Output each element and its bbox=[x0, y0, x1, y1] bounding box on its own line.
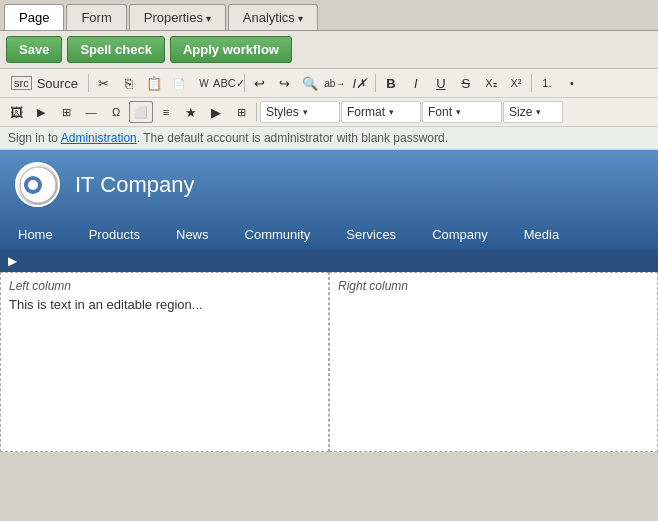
nav-item-news[interactable]: News bbox=[158, 219, 227, 250]
tab-page[interactable]: Page bbox=[4, 4, 64, 30]
spellcheck-btn[interactable]: ABC✓ bbox=[217, 72, 241, 94]
font-label: Font bbox=[428, 105, 452, 119]
source-label: Source bbox=[37, 76, 78, 91]
copy-button[interactable]: ⎘ bbox=[117, 72, 141, 94]
bold-button[interactable]: B bbox=[379, 72, 403, 94]
site-nav: Home Products News Community Services Co… bbox=[0, 219, 658, 250]
save-button[interactable]: Save bbox=[6, 36, 62, 63]
left-column-text[interactable]: This is text in an editable region... bbox=[9, 297, 320, 312]
separator-4 bbox=[531, 74, 532, 92]
subscript-button[interactable]: X₂ bbox=[479, 72, 503, 94]
nav-item-company[interactable]: Company bbox=[414, 219, 506, 250]
content-area: Left column This is text in an editable … bbox=[0, 272, 658, 452]
remove-format-button[interactable]: I✗ bbox=[348, 72, 372, 94]
website-area: IT Company Home Products News Community … bbox=[0, 150, 658, 452]
star-button[interactable]: ★ bbox=[179, 101, 203, 123]
tab-form[interactable]: Form bbox=[66, 4, 126, 30]
italic-button[interactable]: I bbox=[404, 72, 428, 94]
styles-dropdown[interactable]: Styles bbox=[260, 101, 340, 123]
admin-link[interactable]: Administration bbox=[61, 131, 137, 145]
action-bar: Save Spell check Apply workflow bbox=[0, 31, 658, 69]
separator-2 bbox=[244, 74, 245, 92]
puzzle-button[interactable]: ⊞ bbox=[229, 101, 253, 123]
format-dropdown[interactable]: Format bbox=[341, 101, 421, 123]
site-logo bbox=[15, 162, 60, 207]
apply-workflow-button[interactable]: Apply workflow bbox=[170, 36, 292, 63]
strikethrough-button[interactable]: S bbox=[454, 72, 478, 94]
separator-5 bbox=[256, 103, 257, 121]
play-bar: ▶ bbox=[0, 250, 658, 272]
nav-item-media[interactable]: Media bbox=[506, 219, 577, 250]
styles-label: Styles bbox=[266, 105, 299, 119]
media-button[interactable]: ▶ bbox=[204, 101, 228, 123]
redo-button[interactable]: ↪ bbox=[273, 72, 297, 94]
tab-properties[interactable]: Properties bbox=[129, 4, 226, 30]
info-prefix: Sign in to bbox=[8, 131, 61, 145]
site-header: IT Company bbox=[0, 150, 658, 219]
right-column[interactable]: Right column bbox=[329, 272, 658, 452]
format-label: Format bbox=[347, 105, 385, 119]
nav-item-services[interactable]: Services bbox=[328, 219, 414, 250]
nav-item-products[interactable]: Products bbox=[71, 219, 158, 250]
source-icon: src bbox=[11, 76, 32, 90]
underline-button[interactable]: U bbox=[429, 72, 453, 94]
svg-point-2 bbox=[28, 180, 38, 190]
list-style-button[interactable]: ≡ bbox=[154, 101, 178, 123]
horizontal-rule-button[interactable]: — bbox=[79, 101, 103, 123]
play-button[interactable]: ▶ bbox=[8, 254, 17, 268]
nav-item-community[interactable]: Community bbox=[227, 219, 329, 250]
toolbar-row-2: 🖼 ▶ ⊞ — Ω ⬜ ≡ ★ ▶ ⊞ Styles Format Font S… bbox=[0, 98, 658, 127]
unordered-list-button[interactable]: • bbox=[560, 72, 584, 94]
separator-3 bbox=[375, 74, 376, 92]
superscript-button[interactable]: X² bbox=[504, 72, 528, 94]
left-column-label: Left column bbox=[9, 279, 320, 293]
info-bar: Sign in to Administration. The default a… bbox=[0, 127, 658, 150]
find-button[interactable]: 🔍 bbox=[298, 72, 322, 94]
cut-button[interactable]: ✂ bbox=[92, 72, 116, 94]
font-dropdown[interactable]: Font bbox=[422, 101, 502, 123]
paste-button[interactable]: 📋 bbox=[142, 72, 166, 94]
toolbar-row-1: src Source ✂ ⎘ 📋 📄 W ABC✓ ↩ ↪ 🔍 ab→ I✗ B… bbox=[0, 69, 658, 98]
undo-button[interactable]: ↩ bbox=[248, 72, 272, 94]
info-suffix: . The default account is administrator w… bbox=[137, 131, 448, 145]
nav-item-home[interactable]: Home bbox=[0, 219, 71, 250]
size-dropdown[interactable]: Size bbox=[503, 101, 563, 123]
paste-plain-button[interactable]: 📄 bbox=[167, 72, 191, 94]
special-char-button[interactable]: Ω bbox=[104, 101, 128, 123]
tab-analytics[interactable]: Analytics bbox=[228, 4, 318, 30]
spell-check-button[interactable]: Spell check bbox=[67, 36, 165, 63]
site-title: IT Company bbox=[75, 172, 194, 198]
separator-1 bbox=[88, 74, 89, 92]
table-button[interactable]: ⊞ bbox=[54, 101, 78, 123]
flash-button[interactable]: ▶ bbox=[29, 101, 53, 123]
iframe-button[interactable]: ⬜ bbox=[129, 101, 153, 123]
source-button[interactable]: src Source bbox=[4, 73, 85, 94]
image-button[interactable]: 🖼 bbox=[4, 101, 28, 123]
ordered-list-button[interactable]: 1. bbox=[535, 72, 559, 94]
replace-button[interactable]: ab→ bbox=[323, 72, 347, 94]
tab-bar: Page Form Properties Analytics bbox=[0, 0, 658, 31]
left-column[interactable]: Left column This is text in an editable … bbox=[0, 272, 329, 452]
size-label: Size bbox=[509, 105, 532, 119]
right-column-label: Right column bbox=[338, 279, 649, 293]
